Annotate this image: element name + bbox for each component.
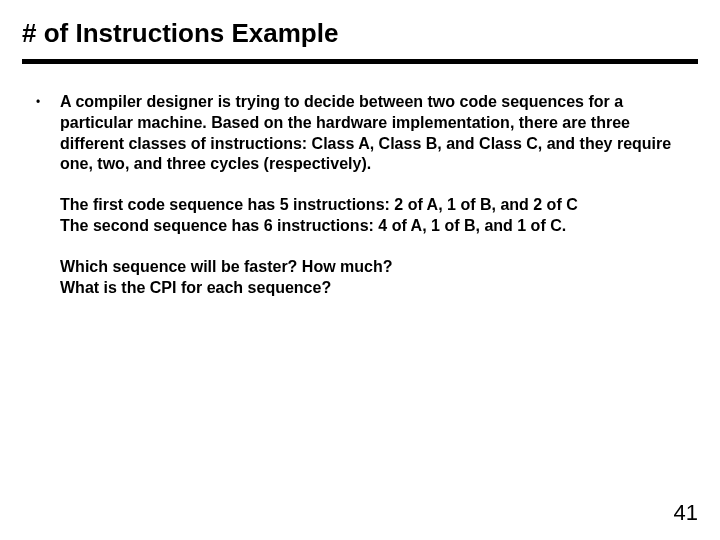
bullet-paragraph-1: A compiler designer is trying to decide … xyxy=(60,92,688,175)
bullet-paragraph-3: Which sequence will be faster? How much?… xyxy=(60,257,688,299)
seq2-line: The second sequence has 6 instructions: … xyxy=(60,216,688,237)
bullet-item: • A compiler designer is trying to decid… xyxy=(36,92,688,175)
question-line-2: What is the CPI for each sequence? xyxy=(60,278,688,299)
page-number: 41 xyxy=(674,500,698,526)
slide-title: # of Instructions Example xyxy=(22,18,698,49)
title-divider xyxy=(22,59,698,64)
question-line-1: Which sequence will be faster? How much? xyxy=(60,257,688,278)
bullet-marker: • xyxy=(36,92,60,112)
bullet-paragraph-2: The first code sequence has 5 instructio… xyxy=(60,195,688,237)
slide: # of Instructions Example • A compiler d… xyxy=(0,0,720,540)
body-area: • A compiler designer is trying to decid… xyxy=(22,92,698,298)
seq1-line: The first code sequence has 5 instructio… xyxy=(60,195,688,216)
